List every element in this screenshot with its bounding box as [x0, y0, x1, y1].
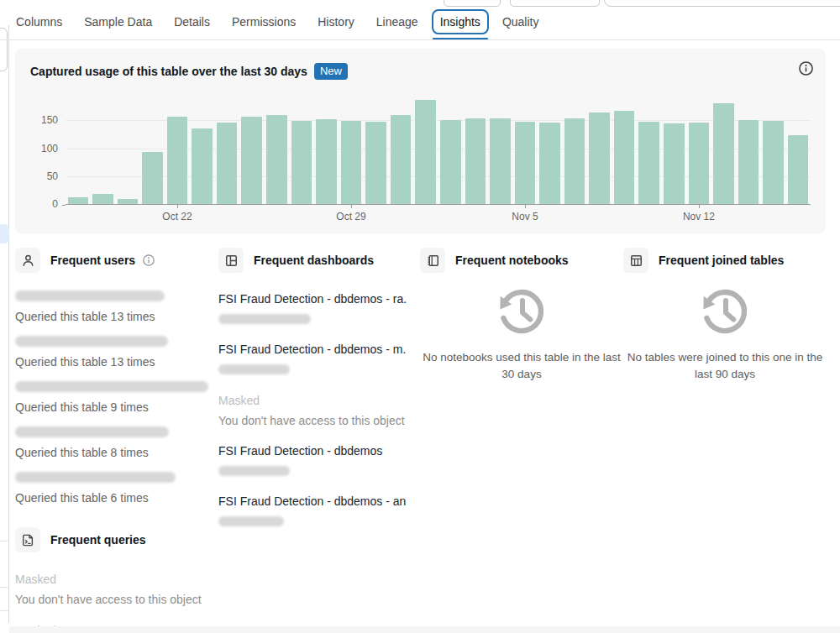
- frequent-notebooks-header: Frequent notebooks: [420, 247, 623, 274]
- usage-bar[interactable]: [689, 123, 710, 204]
- usage-bar[interactable]: [365, 122, 386, 204]
- usage-bar[interactable]: [440, 120, 461, 204]
- usage-bar[interactable]: [788, 135, 809, 204]
- clipped-search-input[interactable]: [604, 0, 840, 7]
- masked-dashboard-caption: [218, 466, 290, 476]
- masked-dashboard-caption: [218, 314, 311, 324]
- masked-dashboard-item: MaskedYou don't have access to this obje…: [218, 393, 407, 429]
- frequent-users-header: Frequent users: [15, 247, 218, 274]
- usage-card-header: Captured usage of this table over the la…: [15, 49, 826, 80]
- divider: [0, 39, 840, 40]
- y-axis-label: 0: [52, 198, 58, 210]
- usage-bar[interactable]: [490, 118, 511, 204]
- tab-lineage[interactable]: Lineage: [375, 11, 419, 33]
- dashboard-link[interactable]: FSI Fraud Detection - dbdemos - m...: [218, 343, 407, 356]
- usage-card-title: Captured usage of this table over the la…: [30, 65, 307, 78]
- sidebar-rail: [0, 25, 9, 623]
- new-badge: New: [314, 63, 348, 80]
- user-query-count: Queried this table 9 times: [15, 400, 218, 414]
- tab-sample-data[interactable]: Sample Data: [83, 11, 153, 33]
- masked-label: Masked: [218, 393, 407, 409]
- usage-bar[interactable]: [391, 115, 412, 204]
- usage-bar[interactable]: [118, 199, 139, 204]
- usage-bar[interactable]: [738, 120, 759, 204]
- dashboard-link[interactable]: FSI Fraud Detection - dbdemos: [218, 444, 407, 458]
- dashboard-link[interactable]: FSI Fraud Detection - dbdemos - ra...: [218, 292, 407, 306]
- usage-bar[interactable]: [266, 115, 287, 204]
- x-axis-label: Oct 22: [162, 211, 192, 222]
- axis-tick: [351, 205, 352, 208]
- masked-user-name: [15, 381, 208, 392]
- user-query-count: Queried this table 13 times: [15, 310, 218, 323]
- masked-user-name: [15, 472, 176, 483]
- usage-bar[interactable]: [713, 103, 734, 204]
- frequent-dashboard-item: FSI Fraud Detection - dbdemos - ra...: [218, 292, 407, 324]
- info-icon[interactable]: [142, 254, 155, 267]
- empty-message: No tables were joined to this one in the…: [623, 349, 827, 384]
- usage-bar[interactable]: [241, 117, 262, 204]
- usage-bar[interactable]: [217, 123, 238, 204]
- tab-details[interactable]: Details: [173, 11, 211, 33]
- usage-bar[interactable]: [638, 122, 659, 204]
- usage-bar[interactable]: [167, 117, 188, 204]
- tab-permissions[interactable]: Permissions: [231, 11, 297, 33]
- usage-chart: 050100150 Oct 22Oct 29Nov 5Nov 12: [66, 92, 811, 205]
- sidebar-selected-item-fragment[interactable]: [0, 224, 9, 243]
- usage-bar[interactable]: [664, 123, 685, 204]
- frequent-dashboard-item: FSI Fraud Detection - dbdemos - m...: [218, 343, 407, 374]
- section-title: Frequent notebooks: [455, 254, 569, 267]
- usage-bars: [66, 92, 811, 205]
- usage-bar[interactable]: [564, 118, 585, 204]
- usage-bar[interactable]: [316, 119, 337, 204]
- usage-bar[interactable]: [589, 112, 610, 204]
- axis-tick: [525, 205, 526, 208]
- usage-bar[interactable]: [539, 123, 560, 204]
- person-icon: [15, 248, 40, 273]
- user-query-count: Queried this table 8 times: [15, 446, 218, 459]
- dashboard-link[interactable]: FSI Fraud Detection - dbdemos - an...: [218, 494, 407, 508]
- bottom-scroll-strip[interactable]: [9, 626, 840, 633]
- tab-insights[interactable]: Insights: [433, 11, 487, 33]
- masked-query-item: MaskedYou don't have access to this obje…: [15, 572, 418, 608]
- usage-bar[interactable]: [341, 121, 362, 204]
- sidebar-search-fragment: [0, 28, 8, 71]
- frequent-user-item: Queried this table 13 times: [15, 290, 218, 323]
- tab-history[interactable]: History: [317, 11, 355, 33]
- frequent-dashboards-list: FSI Fraud Detection - dbdemos - ra...FSI…: [218, 292, 420, 526]
- dashboard-icon: [218, 248, 244, 273]
- frequent-queries-section: Frequent queries MaskedYou don't have ac…: [15, 526, 418, 633]
- usage-bar[interactable]: [515, 122, 536, 204]
- x-axis-label: Nov 12: [683, 211, 715, 222]
- section-title: Frequent joined tables: [659, 254, 784, 267]
- masked-message: You don't have access to this object: [218, 413, 407, 429]
- usage-bar[interactable]: [614, 111, 635, 204]
- empty-message: No notebooks used this table in the last…: [420, 349, 623, 384]
- frequency-sections: Frequent users Queried this table 13 tim…: [15, 247, 827, 545]
- usage-bar[interactable]: [763, 121, 784, 204]
- usage-bar[interactable]: [465, 118, 486, 204]
- info-icon[interactable]: [798, 60, 814, 80]
- clipped-toolbar-button[interactable]: [510, 0, 600, 7]
- usage-chart-xlabels: Oct 22Oct 29Nov 5Nov 12: [66, 205, 811, 225]
- tab-quality[interactable]: Quality: [501, 11, 540, 33]
- usage-bar[interactable]: [142, 152, 163, 205]
- usage-bar[interactable]: [68, 197, 89, 204]
- masked-label: Masked: [15, 572, 418, 588]
- usage-bar[interactable]: [415, 100, 436, 204]
- masked-message: You don't have access to this object: [15, 592, 418, 608]
- section-title: Frequent dashboards: [254, 254, 374, 267]
- usage-bar[interactable]: [291, 121, 312, 204]
- history-icon: [698, 284, 752, 337]
- frequent-user-item: Queried this table 9 times: [15, 381, 218, 414]
- frequent-queries-header: Frequent queries: [15, 526, 418, 553]
- frequent-queries-list: MaskedYou don't have access to this obje…: [15, 572, 418, 633]
- usage-bar[interactable]: [192, 128, 213, 204]
- frequent-users-section: Frequent users Queried this table 13 tim…: [15, 247, 218, 545]
- masked-dashboard-caption: [218, 516, 284, 526]
- usage-bar[interactable]: [92, 194, 113, 204]
- notebooks-empty-state: No notebooks used this table in the last…: [420, 284, 623, 384]
- notebook-icon: [420, 248, 445, 273]
- tab-columns[interactable]: Columns: [15, 11, 63, 33]
- clipped-toolbar-button[interactable]: [444, 0, 501, 7]
- frequent-joined-tables-header: Frequent joined tables: [623, 247, 827, 274]
